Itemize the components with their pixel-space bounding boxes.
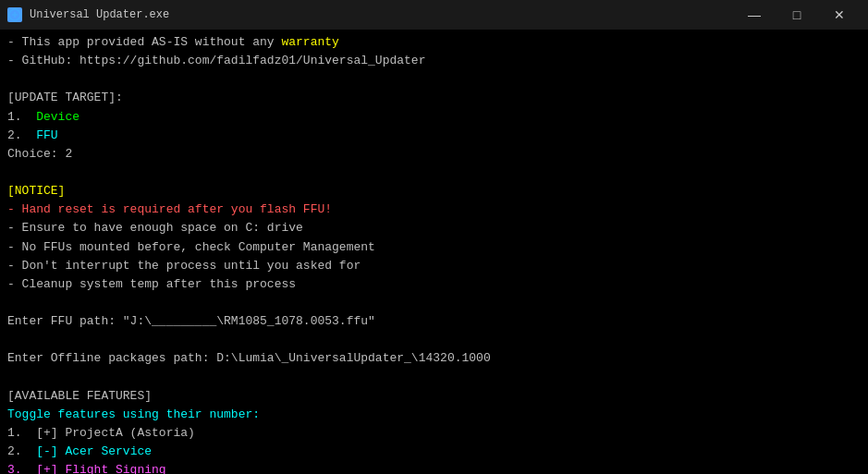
maximize-button[interactable]: □ (776, 0, 818, 30)
console-line-notice5: - Cleanup system temp after this process (7, 275, 861, 294)
console-line (7, 294, 861, 312)
console-line (7, 369, 861, 387)
console-line: - This app provided AS-IS without any wa… (7, 33, 861, 52)
close-button[interactable]: ✕ (818, 0, 861, 30)
console-line-ffu-path: Enter FFU path: "J:\_________\RM1085_107… (7, 312, 861, 331)
console-line-choice1: Choice: 2 (7, 145, 861, 164)
console-line (7, 164, 861, 182)
console-line-feature3: 3. [+] Flight Signing (7, 461, 861, 474)
app-icon (7, 7, 22, 22)
console-line-notice4: - Don't interrupt the process until you … (7, 257, 861, 275)
console-line-offline-path: Enter Offline packages path: D:\Lumia\_U… (7, 349, 861, 368)
console-line-update-target: [UPDATE TARGET]: (7, 89, 861, 107)
console-line-ffu: 2. FFU (7, 127, 861, 145)
title-bar: Universal Updater.exe — □ ✕ (0, 0, 868, 30)
window-title: Universal Updater.exe (30, 8, 733, 21)
console-line-features-header: [AVAILABLE FEATURES] (7, 387, 861, 406)
console-line-notice1: - Hand reset is required after you flash… (7, 201, 861, 219)
line-text: - GitHub: https://github.com/fadilfadz01… (7, 54, 425, 67)
console-line-notice: [NOTICE] (7, 182, 861, 201)
console-line (7, 70, 861, 89)
console-line-toggle-label: Toggle features using their number: (7, 406, 861, 424)
console-line-feature1: 1. [+] ProjectA (Astoria) (7, 424, 861, 443)
console-line-feature2: 2. [-] Acer Service (7, 443, 861, 461)
window-controls: — □ ✕ (733, 0, 861, 30)
console-line-notice2: - Ensure to have enough space on C: driv… (7, 219, 861, 237)
console-output: - This app provided AS-IS without any wa… (0, 30, 868, 474)
console-line-device: 1. Device (7, 108, 861, 127)
console-line-notice3: - No FFUs mounted before, check Computer… (7, 238, 861, 257)
console-line: - GitHub: https://github.com/fadilfadz01… (7, 52, 861, 70)
console-line (7, 331, 861, 349)
line-text: - This app provided AS-IS without any wa… (7, 35, 339, 49)
minimize-button[interactable]: — (733, 0, 776, 30)
